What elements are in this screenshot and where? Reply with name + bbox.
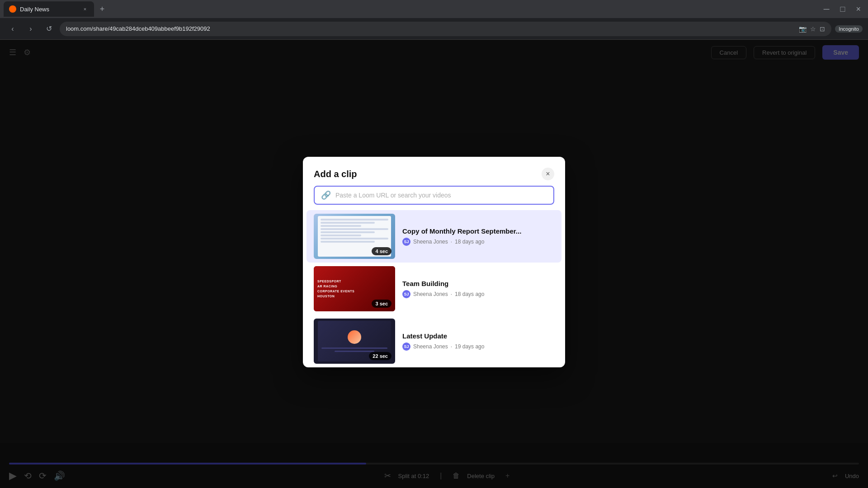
avatar: SJ [402,238,410,246]
address-bar[interactable]: loom.com/share/49cab284dceb409abbeef9b19… [60,22,831,36]
tab-bar: Daily News × + ─ □ × [0,0,868,18]
tab-title: Daily News [20,6,78,13]
tab-search-icon[interactable]: ⊡ [820,25,825,33]
separator: · [451,239,452,245]
video-list: 4 sec Copy of Monthly Report September..… [303,210,565,367]
modal-header: Add a clip × [303,157,565,186]
separator: · [451,343,452,350]
duration-badge: 3 sec [372,300,392,308]
browser-chrome: Daily News × + ─ □ × ‹ › ↺ loom.com/shar… [0,0,868,40]
tab-close-button[interactable]: × [81,5,89,13]
minimize-button[interactable]: ─ [820,3,833,16]
search-input-wrapper[interactable]: 🔗 [314,186,554,205]
video-author: Sheena Jones [413,343,448,350]
close-button[interactable]: × [852,3,864,16]
back-button[interactable]: ‹ [5,22,20,36]
video-title: Latest Update [402,332,554,340]
url-text: loom.com/share/49cab284dceb409abbeef9b19… [66,25,210,32]
duration-badge: 22 sec [369,352,392,360]
modal-search-section: 🔗 [303,186,565,210]
new-tab-button[interactable]: + [96,3,108,15]
video-thumbnail: 4 sec [314,214,395,259]
reload-button[interactable]: ↺ [42,22,56,36]
video-time: 18 days ago [455,291,484,297]
add-clip-modal: Add a clip × 🔗 [303,157,565,367]
avatar: SJ [402,343,410,351]
video-info: Team Building SJ Sheena Jones · 18 days … [402,280,554,298]
video-author: Sheena Jones [413,239,448,245]
list-item[interactable]: 4 sec Copy of Monthly Report September..… [307,210,561,263]
close-icon: × [546,170,550,178]
video-thumbnail: 22 sec [314,319,395,364]
camera-icon: 📷 [799,25,807,33]
video-time: 18 days ago [455,239,484,245]
star-icon[interactable]: ☆ [810,25,816,33]
video-author: Sheena Jones [413,291,448,297]
list-item[interactable]: 22 sec Latest Update SJ Sheena Jones · 1… [307,315,561,367]
avatar: SJ [402,290,410,298]
address-bar-row: ‹ › ↺ loom.com/share/49cab284dceb409abbe… [0,18,868,40]
maximize-button[interactable]: □ [837,3,849,16]
tab-favicon [9,5,16,13]
video-info: Copy of Monthly Report September... SJ S… [402,227,554,246]
video-time: 19 days ago [455,343,484,350]
link-icon: 🔗 [321,190,331,200]
incognito-badge: Incognito [835,25,863,33]
video-thumbnail: SPEEDSPORT AR RACING CORPORATE EVENTS HO… [314,266,395,311]
video-info: Latest Update SJ Sheena Jones · 19 days … [402,332,554,351]
video-meta: SJ Sheena Jones · 18 days ago [402,290,554,298]
address-icons: 📷 ☆ ⊡ [799,25,825,33]
video-title: Team Building [402,280,554,287]
modal-title: Add a clip [314,169,357,179]
search-input[interactable] [335,192,547,199]
video-meta: SJ Sheena Jones · 18 days ago [402,238,554,246]
list-item[interactable]: SPEEDSPORT AR RACING CORPORATE EVENTS HO… [307,263,561,315]
window-controls: ─ □ × [820,3,864,16]
forward-button[interactable]: › [24,22,38,36]
browser-tab[interactable]: Daily News × [4,1,94,17]
video-title: Copy of Monthly Report September... [402,227,554,235]
duration-badge: 4 sec [372,247,392,255]
video-meta: SJ Sheena Jones · 19 days ago [402,343,554,351]
modal-close-button[interactable]: × [542,168,554,180]
separator: · [451,291,452,297]
